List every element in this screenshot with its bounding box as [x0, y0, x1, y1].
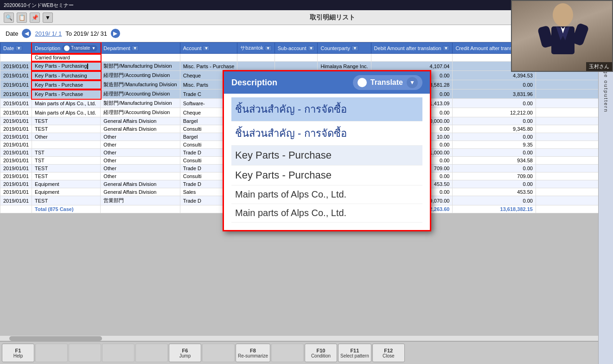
col-header-description[interactable]: Description Translate ▼	[32, 43, 101, 54]
list-item[interactable]: Key Parts - Purchase	[231, 146, 422, 166]
date-from[interactable]: 2019/ 1/ 1	[35, 30, 62, 37]
cp-filter-btn[interactable]: ▼	[351, 45, 358, 51]
fkey-empty-6	[271, 344, 304, 362]
date-filter-btn[interactable]: ▼	[15, 45, 22, 51]
col-header-subaccount[interactable]: Sub-account ▼	[275, 43, 318, 54]
toggle-circle	[64, 45, 70, 51]
title-bar-text: 20200610インドWEBセミナー	[4, 2, 74, 9]
fkey-empty-1	[35, 344, 68, 362]
horizontal-scrollbar[interactable]	[0, 335, 598, 341]
toggle-arrow[interactable]: ▼	[91, 46, 96, 51]
fkey-empty-2	[69, 344, 101, 362]
popup-dropdown-arrow[interactable]: ▼	[407, 77, 418, 88]
webcam-panel: 玉村さん	[511, 0, 613, 72]
toolbar-icon-user[interactable]: 🔍	[4, 13, 14, 23]
popup-header: Description Translate ▼	[224, 71, 430, 94]
popup-toggle[interactable]: Translate ▼	[353, 75, 422, 90]
person-silhouette	[530, 3, 595, 64]
col-header-debit[interactable]: Debit Amount after translation ▼	[371, 43, 453, 54]
fkey-empty-4	[135, 344, 168, 362]
fkey-f1[interactable]: F1 Help	[2, 344, 34, 362]
toolbar-icon-down[interactable]: ▼	[43, 13, 53, 23]
fkey-bar: F1 Help F6 Jump F8 Re-summarize F10 Cond…	[0, 341, 613, 364]
list-item[interactable]: Key Parts - Purchase	[231, 166, 422, 185]
list-item[interactable]: ชิ้นส่วนสำคัญ - การจัดซื้อ	[231, 121, 422, 146]
popup-header-label: Description	[231, 78, 277, 88]
fkey-empty-5	[202, 344, 235, 362]
fkey-f10[interactable]: F10 Condition	[305, 344, 337, 362]
table-row: 2019/01/01 Key Parts - Purchasing 製部門/Ma…	[0, 62, 599, 71]
col-header-subtag[interactable]: サbzantok ▼	[237, 43, 275, 54]
col-header-account[interactable]: Account ▼	[180, 43, 237, 54]
toolbar-icon-copy[interactable]: 📋	[17, 13, 27, 23]
translate-toggle[interactable]: Translate ▼	[62, 45, 97, 51]
date-label: Date	[6, 30, 18, 37]
fkey-f6[interactable]: F6 Jump	[169, 344, 201, 362]
fkey-f12[interactable]: F12 Close	[372, 344, 405, 362]
table-container[interactable]: Date ▼ Description Translate ▼	[0, 42, 598, 335]
col-header-counterparty[interactable]: Counterparty ▼	[318, 43, 371, 54]
col-header-date[interactable]: Date ▼	[0, 43, 32, 54]
scroll-thumb[interactable]	[9, 336, 102, 341]
col-header-department[interactable]: Department ▼	[101, 43, 180, 54]
acct-filter-btn[interactable]: ▼	[203, 45, 210, 51]
list-item[interactable]: Main parts of Alps Co., Ltd.	[231, 185, 422, 204]
svg-point-0	[553, 3, 573, 26]
list-item[interactable]: Main parts of Alps Co., Ltd.	[231, 204, 422, 223]
fkey-f11[interactable]: F11 Select pattern	[338, 344, 371, 362]
subtag-filter-btn[interactable]: ▼	[265, 45, 272, 51]
date-prev-btn[interactable]: ◀	[22, 29, 31, 38]
translate-popup: Description Translate ▼ ชิ้นส่วนสำคัญ - …	[223, 70, 431, 231]
subacct-filter-btn[interactable]: ▼	[308, 45, 315, 51]
date-next-btn[interactable]: ▶	[111, 29, 120, 38]
right-panel: › Change outputtern	[598, 35, 613, 364]
fkey-f8[interactable]: F8 Re-summarize	[236, 344, 270, 362]
list-item[interactable]: ชิ้นส่วนสำคัญ - การจัดซื้อ	[231, 97, 422, 121]
date-filter-bar: Date ◀ 2019/ 1/ 1 To 2019/ 12/ 31 ▶	[0, 25, 598, 42]
popup-toggle-ball	[358, 78, 367, 87]
debit-filter-btn[interactable]: ▼	[443, 45, 450, 51]
popup-toggle-label: Translate	[370, 78, 403, 87]
fkey-empty-3	[102, 344, 134, 362]
date-to-label: To 2019/ 12/ 31	[65, 30, 107, 37]
dept-filter-btn[interactable]: ▼	[132, 45, 139, 51]
toolbar-icon-paste[interactable]: 📌	[30, 13, 40, 23]
popup-body: ชิ้นส่วนสำคัญ - การจัดซื้อ ชิ้นส่วนสำคัญ…	[224, 94, 430, 230]
table-row: Carried forward 38,769,882.0	[0, 54, 599, 62]
title-bar-left: 20200610インドWEBセミナー	[4, 2, 74, 9]
